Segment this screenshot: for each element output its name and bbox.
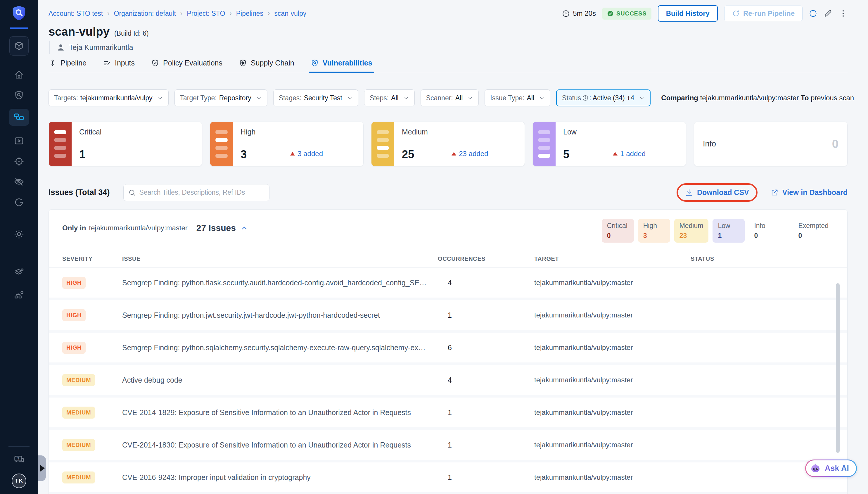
table-row[interactable]: HIGH Semgrep Finding: python.sqlalchemy.…	[49, 332, 847, 362]
target-name: tejakummarikuntla/vulpy:master	[534, 408, 691, 417]
targets-crosshair-icon[interactable]	[14, 156, 24, 167]
chip-critical[interactable]: Critical 0	[602, 219, 634, 243]
chevron-up-icon[interactable]	[240, 224, 248, 232]
expand-arrow-icon	[40, 465, 45, 472]
table-row[interactable]: HIGH Semgrep Finding: python.jwt.securit…	[49, 300, 847, 330]
table-row[interactable]: HIGH Semgrep Finding: python.flask.secur…	[49, 268, 847, 298]
filter-status[interactable]: Status : Active (34) +4	[556, 90, 651, 107]
breadcrumb-account[interactable]: Account: STO test	[49, 10, 103, 18]
info-card[interactable]: Info 0	[694, 121, 848, 166]
filter-issue-type[interactable]: Issue Type: All	[485, 90, 550, 107]
layers-gear-icon[interactable]	[14, 267, 24, 278]
chevron-down-icon	[157, 95, 163, 101]
left-sidebar: ? TK	[0, 0, 38, 494]
edit-pencil-icon[interactable]	[824, 9, 832, 18]
info-icon[interactable]	[809, 10, 817, 18]
chip-count: 0	[754, 232, 776, 240]
build-history-label: Build History	[666, 10, 710, 18]
comparing-target: tejakummarikuntla/vulpy:master	[700, 94, 799, 102]
tab-bar: Pipeline Inputs Policy Evaluations Suppl…	[49, 59, 848, 73]
card-count: 0	[832, 137, 838, 151]
filter-scanner[interactable]: Scanner: All	[421, 90, 479, 107]
breadcrumb-current[interactable]: scan-vulpy	[274, 10, 306, 18]
high-severity-gauge-icon	[210, 122, 233, 166]
tab-policy-evaluations[interactable]: Policy Evaluations	[151, 59, 223, 73]
chevron-down-icon	[403, 95, 409, 101]
settings-gear-icon[interactable]	[14, 229, 24, 240]
rerun-pipeline-button[interactable]: Re-run Pipeline	[724, 5, 803, 21]
module-cube-icon[interactable]	[9, 36, 28, 56]
filter-label: Scanner:	[426, 94, 453, 102]
breadcrumb-org[interactable]: Organization: default	[114, 10, 176, 18]
medium-card[interactable]: Medium 25 23 added	[371, 121, 525, 166]
sidebar-expand-handle[interactable]	[38, 455, 46, 481]
executions-play-icon[interactable]	[14, 136, 24, 146]
power-icon[interactable]	[14, 197, 24, 208]
filter-targets[interactable]: Targets: tejakummarikuntla/vulpy	[49, 90, 169, 107]
tab-supply-chain[interactable]: Supply Chain	[239, 59, 294, 73]
filter-label: Status	[562, 94, 581, 102]
tab-inputs[interactable]: Inputs	[103, 59, 135, 73]
breadcrumb-project[interactable]: Project: STO	[187, 10, 225, 18]
duration-text: 5m 20s	[573, 10, 596, 18]
view-in-dashboard-button[interactable]: View in Dashboard	[770, 188, 848, 197]
severity-cards: Critical 1 High 3 3 added Medium	[49, 121, 848, 166]
issues-search[interactable]	[123, 184, 269, 201]
breadcrumb-pipelines[interactable]: Pipelines	[236, 10, 263, 18]
kebab-menu-icon[interactable]	[839, 9, 848, 18]
tab-pipeline[interactable]: Pipeline	[49, 59, 86, 73]
filter-label: Target Type:	[180, 94, 217, 102]
critical-card[interactable]: Critical 1	[49, 121, 202, 166]
search-input[interactable]	[139, 189, 265, 196]
pipelines-icon[interactable]	[9, 109, 29, 126]
user-avatar[interactable]: TK	[12, 474, 26, 488]
rerun-label: Re-run Pipeline	[743, 10, 795, 18]
chip-medium[interactable]: Medium 23	[674, 219, 709, 243]
table-row[interactable]: MEDIUM CVE-2016-9243: Improper input val…	[49, 462, 847, 492]
only-in-label: Only in	[62, 224, 86, 232]
occurrences-count: 1	[438, 408, 534, 417]
chip-count: 0	[607, 232, 629, 240]
hierarchy-gear-icon[interactable]	[14, 290, 24, 300]
eye-off-icon[interactable]	[14, 176, 24, 187]
sto-shield-logo-icon[interactable]	[10, 5, 28, 23]
ask-ai-button[interactable]: Ask AI	[805, 459, 857, 477]
filter-stages[interactable]: Stages: Security Test	[273, 90, 358, 107]
high-card[interactable]: High 3 3 added	[210, 121, 364, 166]
group-header: Only in tejakummarikuntla/vulpy:master 2…	[49, 210, 847, 248]
card-label: Medium	[402, 128, 517, 136]
chip-exempted[interactable]: Exempted 0	[793, 219, 834, 243]
comparing-to-label: To	[801, 94, 809, 102]
chevron-down-icon	[467, 95, 473, 101]
chip-low[interactable]: Low 1	[713, 219, 745, 243]
low-card[interactable]: Low 5 1 added	[533, 121, 686, 166]
medium-severity-gauge-icon	[371, 122, 394, 166]
shield-search-icon[interactable]	[14, 90, 24, 100]
tab-vulnerabilities[interactable]: Vulnerabilities	[311, 59, 372, 73]
filter-target-type[interactable]: Target Type: Repository	[174, 90, 267, 107]
home-icon[interactable]	[14, 70, 24, 80]
build-history-button[interactable]: Build History	[658, 5, 718, 22]
chip-label: Critical	[607, 222, 629, 230]
col-issue: ISSUE	[122, 255, 438, 262]
filter-label: Steps:	[370, 94, 389, 102]
tab-label: Policy Evaluations	[163, 59, 223, 67]
download-csv-button[interactable]: Download CSV	[685, 188, 749, 197]
chip-high[interactable]: High 3	[638, 219, 670, 243]
help-chat-icon[interactable]: ?	[14, 454, 24, 466]
issue-title: CVE-2016-9243: Improper input validation…	[122, 473, 438, 482]
filter-steps[interactable]: Steps: All	[364, 90, 415, 107]
chip-info[interactable]: Info 0	[749, 219, 781, 243]
chip-label: High	[643, 222, 665, 230]
vertical-scrollbar[interactable]	[836, 283, 840, 453]
issues-table: HIGH Semgrep Finding: python.flask.secur…	[49, 267, 847, 494]
target-name: tejakummarikuntla/vulpy:master	[534, 343, 691, 352]
table-row[interactable]: MEDIUM CVE-2014-1829: Exposure of Sensit…	[49, 398, 847, 428]
group-count: 27 Issues	[196, 223, 236, 233]
table-row[interactable]: MEDIUM CVE-2014-1830: Exposure of Sensit…	[49, 430, 847, 460]
build-id: (Build Id: 6)	[114, 30, 149, 37]
issues-title: Issues (Total 34)	[49, 188, 110, 197]
occurrences-count: 6	[438, 343, 534, 352]
breadcrumb-separator: ›	[180, 10, 182, 17]
table-row[interactable]: MEDIUM Active debug code 4 tejakummariku…	[49, 365, 847, 395]
